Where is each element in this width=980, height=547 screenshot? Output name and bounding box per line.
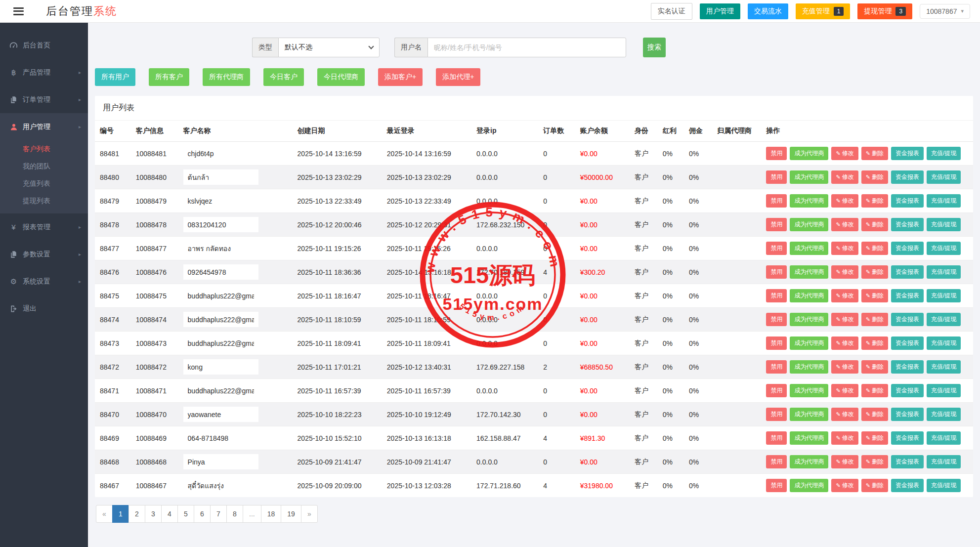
edit-button[interactable]: ✎修改 (831, 242, 858, 255)
become-agent-button[interactable]: 成为代理商 (790, 479, 828, 492)
recharge-withdraw-button[interactable]: 充值/提现 (927, 289, 961, 302)
customer-name-input[interactable] (183, 383, 258, 398)
username-input[interactable] (427, 38, 626, 57)
customer-name-input[interactable] (183, 241, 258, 256)
delete-button[interactable]: ✎删除 (861, 218, 888, 231)
customer-name-input[interactable] (183, 169, 258, 185)
recharge-withdraw-button[interactable]: 充值/提现 (927, 408, 961, 421)
edit-button[interactable]: ✎修改 (831, 479, 858, 492)
transaction-flow-button[interactable]: 交易流水 (748, 3, 788, 19)
become-agent-button[interactable]: 成为代理商 (790, 265, 828, 279)
customer-name-input[interactable] (183, 312, 258, 327)
edit-button[interactable]: ✎修改 (831, 431, 858, 445)
type-select[interactable]: 默认不选 (278, 38, 380, 57)
all-agents-button[interactable]: 所有代理商 (203, 68, 250, 86)
fund-report-button[interactable]: 资金报表 (891, 265, 924, 279)
recharge-withdraw-button[interactable]: 充值/提现 (927, 479, 961, 492)
delete-button[interactable]: ✎删除 (861, 360, 888, 374)
today-customers-button[interactable]: 今日客户 (263, 68, 304, 86)
add-agent-button[interactable]: 添加代理+ (436, 68, 480, 86)
recharge-withdraw-button[interactable]: 充值/提现 (927, 265, 961, 279)
recharge-withdraw-button[interactable]: 充值/提现 (927, 242, 961, 255)
delete-button[interactable]: ✎删除 (861, 147, 888, 160)
sidebar-item-users[interactable]: 用户管理▸ (0, 113, 88, 140)
recharge-withdraw-button[interactable]: 充值/提现 (927, 360, 961, 374)
disable-button[interactable]: 禁用 (766, 218, 787, 231)
pagination-page-7[interactable]: 7 (210, 505, 227, 523)
recharge-withdraw-button[interactable]: 充值/提现 (927, 170, 961, 184)
customer-name-input[interactable] (183, 430, 258, 446)
delete-button[interactable]: ✎删除 (861, 170, 888, 184)
customer-name-input[interactable] (183, 146, 258, 161)
edit-button[interactable]: ✎修改 (831, 455, 858, 468)
pagination-page-8[interactable]: 8 (226, 505, 243, 523)
fund-report-button[interactable]: 资金报表 (891, 313, 924, 326)
sidebar-item-settings[interactable]: ⚙系统设置▸ (0, 268, 88, 295)
recharge-withdraw-button[interactable]: 充值/提现 (927, 313, 961, 326)
pagination-next[interactable]: » (301, 505, 318, 523)
disable-button[interactable]: 禁用 (766, 147, 787, 160)
customer-name-input[interactable] (183, 193, 258, 209)
pagination-page-5[interactable]: 5 (177, 505, 194, 523)
fund-report-button[interactable]: 资金报表 (891, 147, 924, 160)
pagination-page-3[interactable]: 3 (145, 505, 162, 523)
sidebar-subitem-withdraw-list[interactable]: 提现列表 (0, 192, 88, 210)
sidebar-item-reports[interactable]: ¥报表管理▸ (0, 213, 88, 241)
customer-name-input[interactable] (183, 264, 258, 280)
disable-button[interactable]: 禁用 (766, 360, 787, 374)
disable-button[interactable]: 禁用 (766, 265, 787, 279)
disable-button[interactable]: 禁用 (766, 313, 787, 326)
customer-name-input[interactable] (183, 336, 258, 351)
disable-button[interactable]: 禁用 (766, 384, 787, 397)
edit-button[interactable]: ✎修改 (831, 384, 858, 397)
edit-button[interactable]: ✎修改 (831, 289, 858, 302)
delete-button[interactable]: ✎删除 (861, 455, 888, 468)
become-agent-button[interactable]: 成为代理商 (790, 360, 828, 374)
account-dropdown[interactable]: 10087867▾ (920, 4, 970, 19)
edit-button[interactable]: ✎修改 (831, 408, 858, 421)
pagination-page-1[interactable]: 1 (112, 505, 129, 523)
disable-button[interactable]: 禁用 (766, 289, 787, 302)
fund-report-button[interactable]: 资金报表 (891, 384, 924, 397)
become-agent-button[interactable]: 成为代理商 (790, 218, 828, 231)
disable-button[interactable]: 禁用 (766, 194, 787, 208)
customer-name-input[interactable] (183, 288, 258, 303)
fund-report-button[interactable]: 资金报表 (891, 337, 924, 350)
become-agent-button[interactable]: 成为代理商 (790, 170, 828, 184)
fund-report-button[interactable]: 资金报表 (891, 218, 924, 231)
edit-button[interactable]: ✎修改 (831, 147, 858, 160)
recharge-withdraw-button[interactable]: 充值/提现 (927, 384, 961, 397)
edit-button[interactable]: ✎修改 (831, 194, 858, 208)
pagination-prev[interactable]: « (96, 505, 113, 523)
recharge-manage-button[interactable]: 充值管理1 (796, 3, 851, 19)
user-manage-button[interactable]: 用户管理 (700, 3, 740, 19)
edit-button[interactable]: ✎修改 (831, 313, 858, 326)
recharge-withdraw-button[interactable]: 充值/提现 (927, 194, 961, 208)
disable-button[interactable]: 禁用 (766, 337, 787, 350)
pagination-page-4[interactable]: 4 (161, 505, 178, 523)
edit-button[interactable]: ✎修改 (831, 265, 858, 279)
customer-name-input[interactable] (183, 407, 258, 422)
recharge-withdraw-button[interactable]: 充值/提现 (927, 455, 961, 468)
become-agent-button[interactable]: 成为代理商 (790, 194, 828, 208)
customer-name-input[interactable] (183, 478, 258, 493)
add-customer-button[interactable]: 添加客户+ (378, 68, 423, 86)
hamburger-menu-icon[interactable] (13, 5, 24, 17)
disable-button[interactable]: 禁用 (766, 242, 787, 255)
become-agent-button[interactable]: 成为代理商 (790, 431, 828, 445)
pagination-page-2[interactable]: 2 (128, 505, 145, 523)
disable-button[interactable]: 禁用 (766, 455, 787, 468)
pagination-page-6[interactable]: 6 (194, 505, 211, 523)
today-agents-button[interactable]: 今日代理商 (317, 68, 365, 86)
sidebar-item-products[interactable]: ฿产品管理▸ (0, 59, 88, 86)
fund-report-button[interactable]: 资金报表 (891, 408, 924, 421)
delete-button[interactable]: ✎删除 (861, 479, 888, 492)
edit-button[interactable]: ✎修改 (831, 170, 858, 184)
fund-report-button[interactable]: 资金报表 (891, 455, 924, 468)
fund-report-button[interactable]: 资金报表 (891, 360, 924, 374)
edit-button[interactable]: ✎修改 (831, 218, 858, 231)
fund-report-button[interactable]: 资金报表 (891, 431, 924, 445)
withdraw-manage-button[interactable]: 提现管理3 (857, 3, 912, 19)
realname-auth-button[interactable]: 实名认证 (651, 3, 692, 20)
delete-button[interactable]: ✎删除 (861, 337, 888, 350)
